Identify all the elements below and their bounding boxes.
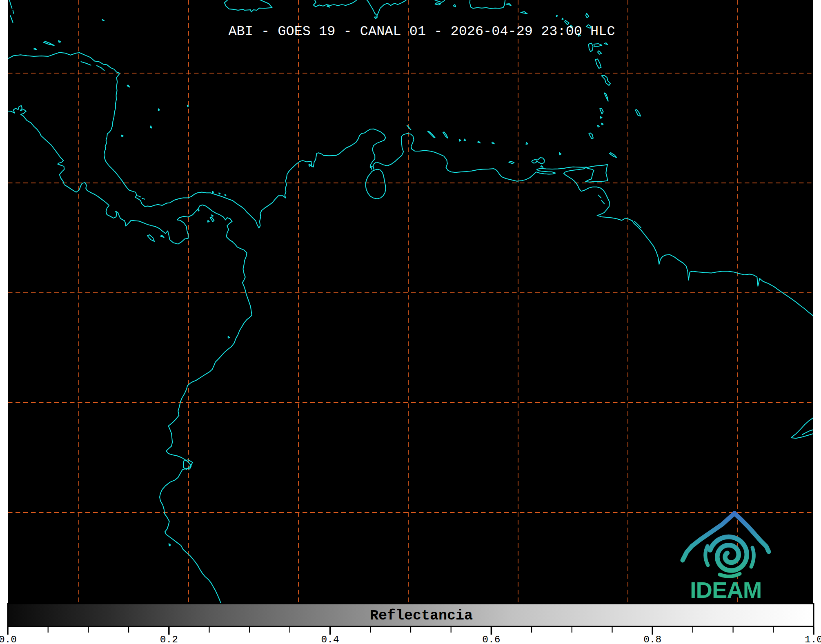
svg-text:0.6: 0.6 bbox=[482, 634, 500, 644]
svg-text:1.0: 1.0 bbox=[805, 634, 821, 644]
svg-text:0.2: 0.2 bbox=[160, 634, 178, 644]
svg-text:0.4: 0.4 bbox=[321, 634, 339, 644]
svg-text:IDEAM: IDEAM bbox=[690, 577, 761, 603]
svg-text:Reflectancia: Reflectancia bbox=[370, 608, 473, 624]
svg-text:0.0: 0.0 bbox=[0, 634, 17, 644]
svg-text:ABI - GOES 19 - CANAL 01 - 202: ABI - GOES 19 - CANAL 01 - 2026-04-29 23… bbox=[228, 24, 615, 39]
svg-text:0.8: 0.8 bbox=[643, 634, 661, 644]
